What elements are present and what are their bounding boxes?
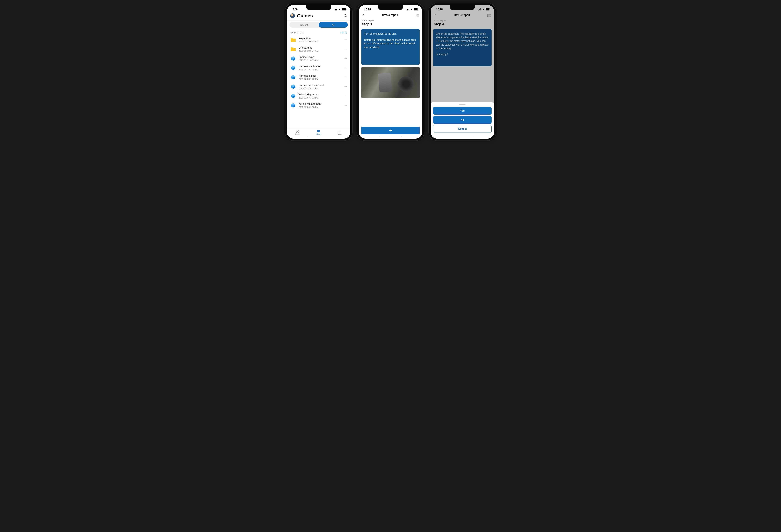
item-sub: 2020-12-03 3:32 PM bbox=[298, 96, 342, 99]
battery-icon bbox=[342, 8, 346, 10]
list-item[interactable]: Engine Swap2021-09-21 6:13 AM ··· bbox=[287, 54, 351, 63]
library-icon bbox=[317, 129, 321, 133]
tab-recent[interactable]: Recent bbox=[289, 22, 319, 28]
sort-by-button[interactable]: Sort by bbox=[340, 31, 347, 34]
guides-list: Inspection2021-11-19 6:13 AM ··· Onboard… bbox=[287, 35, 351, 110]
breadcrumb: HVAC repair bbox=[362, 19, 419, 22]
status-icons bbox=[335, 8, 346, 10]
avatar[interactable] bbox=[290, 13, 295, 18]
wifi-icon bbox=[338, 8, 341, 10]
signal-icon bbox=[479, 8, 481, 10]
steps-list-icon[interactable]: 123 bbox=[416, 13, 419, 17]
back-icon[interactable] bbox=[362, 14, 365, 16]
list-item[interactable]: Harness replacement2021-07-12 4:12 PM ··… bbox=[287, 82, 351, 91]
action-sheet: Yes No Cancel bbox=[430, 102, 494, 139]
list-item[interactable]: Inspection2021-11-19 6:13 AM ··· bbox=[287, 35, 351, 44]
svg-rect-22 bbox=[319, 130, 320, 132]
more-icon[interactable]: ··· bbox=[344, 48, 347, 51]
battery-icon bbox=[414, 8, 418, 10]
notch bbox=[306, 5, 331, 10]
tab-all[interactable]: All bbox=[319, 22, 348, 28]
list-item[interactable]: Wiring replacement2020-12-05 1:18 PM ··· bbox=[287, 101, 351, 110]
item-sub: 2021-07-12 4:12 PM bbox=[298, 87, 342, 90]
guide-icon bbox=[290, 55, 296, 62]
arrow-right-icon bbox=[388, 129, 393, 132]
guide-icon bbox=[290, 74, 296, 80]
tab-home[interactable]: Home bbox=[287, 128, 308, 136]
svg-line-1 bbox=[346, 16, 347, 17]
phone-library: 6:50 Guides Recent All Name (A-Z) ↓ Sort… bbox=[285, 3, 352, 140]
list-item[interactable]: Onboarding2021-05-19 6:37 AM ··· bbox=[287, 44, 351, 54]
yes-button[interactable]: Yes bbox=[433, 107, 492, 115]
next-button[interactable] bbox=[361, 127, 420, 134]
tab-more[interactable]: More bbox=[329, 128, 351, 136]
list-item[interactable]: Harness calibration2021-08-12 1:18 PM ··… bbox=[287, 63, 351, 73]
status-time: 10:28 bbox=[436, 8, 443, 11]
svg-point-25 bbox=[340, 131, 341, 131]
list-item[interactable]: Harness install2021-08-03 1:38 PM ··· bbox=[287, 73, 351, 82]
home-indicator bbox=[308, 137, 330, 137]
sort-label[interactable]: Name (A-Z) ↓ bbox=[290, 31, 303, 34]
search-icon[interactable] bbox=[344, 14, 347, 17]
step-label: Step 3 bbox=[434, 22, 491, 26]
svg-point-0 bbox=[344, 14, 346, 16]
header: HVAC repair 123 bbox=[430, 12, 494, 18]
steps-list-icon[interactable]: 123 bbox=[488, 13, 491, 17]
guide-icon bbox=[290, 93, 296, 99]
battery-icon bbox=[486, 8, 490, 10]
cancel-button[interactable]: Cancel bbox=[433, 125, 492, 133]
more-icon[interactable]: ··· bbox=[344, 104, 347, 107]
no-button[interactable]: No bbox=[433, 116, 492, 124]
wifi-icon bbox=[482, 8, 485, 10]
signal-icon bbox=[335, 8, 337, 10]
header-title: HVAC repair bbox=[382, 13, 399, 17]
more-icon[interactable]: ··· bbox=[344, 38, 347, 42]
notch bbox=[378, 5, 403, 10]
guide-icon bbox=[290, 102, 296, 108]
more-icon[interactable]: ··· bbox=[344, 85, 347, 88]
notch bbox=[450, 5, 475, 10]
item-sub: 2021-09-21 6:13 AM bbox=[298, 59, 342, 61]
more-icon[interactable]: ··· bbox=[344, 94, 347, 98]
svg-point-23 bbox=[338, 131, 339, 131]
card-text-1: Turn off the power to the unit. bbox=[364, 32, 417, 36]
item-title: Harness calibration bbox=[298, 65, 342, 68]
item-sub: 2021-05-19 6:37 AM bbox=[298, 50, 342, 52]
sheet-grabber[interactable] bbox=[459, 104, 465, 105]
tab-library[interactable]: Library bbox=[308, 128, 329, 136]
back-icon[interactable] bbox=[434, 14, 437, 16]
page-title: Guides bbox=[297, 13, 313, 18]
item-sub: 2020-12-05 1:18 PM bbox=[298, 106, 342, 108]
folder-icon bbox=[290, 37, 296, 43]
svg-text:3: 3 bbox=[416, 15, 416, 17]
item-title: Wiring replacement bbox=[298, 102, 342, 105]
step-image bbox=[361, 67, 420, 98]
phone-step3: 10:28 HVAC repair 123 HVAC repair Step 3… bbox=[429, 3, 496, 140]
more-tab-icon bbox=[338, 129, 342, 133]
home-icon bbox=[296, 129, 299, 133]
svg-point-24 bbox=[339, 131, 340, 131]
item-title: Harness install bbox=[298, 74, 342, 78]
item-title: Wheel alignment bbox=[298, 93, 342, 96]
folder-icon bbox=[290, 46, 296, 52]
card-text-2: Before you start working on the fan, mak… bbox=[364, 38, 417, 49]
item-title: Onboarding bbox=[298, 46, 342, 49]
breadcrumb: HVAC repair bbox=[434, 19, 491, 22]
item-title: Engine Swap bbox=[298, 55, 342, 59]
more-icon[interactable]: ··· bbox=[344, 57, 347, 60]
phone-step1: 10:28 HVAC repair 123 HVAC repair Step 1… bbox=[357, 3, 424, 140]
more-icon[interactable]: ··· bbox=[344, 66, 347, 70]
sort-row: Name (A-Z) ↓ Sort by bbox=[287, 29, 351, 35]
item-title: Inspection bbox=[298, 37, 342, 40]
guide-icon bbox=[290, 84, 296, 90]
status-icons bbox=[479, 8, 490, 10]
more-icon[interactable]: ··· bbox=[344, 76, 347, 79]
svg-text:3: 3 bbox=[488, 15, 488, 17]
status-time: 6:50 bbox=[293, 8, 297, 11]
status-time: 10:28 bbox=[364, 8, 371, 11]
instruction-card: Turn off the power to the unit. Before y… bbox=[361, 29, 420, 65]
step-header: HVAC repair Step 3 bbox=[430, 18, 494, 27]
list-item[interactable]: Wheel alignment2020-12-03 3:32 PM ··· bbox=[287, 91, 351, 101]
item-title: Harness replacement bbox=[298, 84, 342, 87]
header: Guides bbox=[287, 12, 351, 20]
